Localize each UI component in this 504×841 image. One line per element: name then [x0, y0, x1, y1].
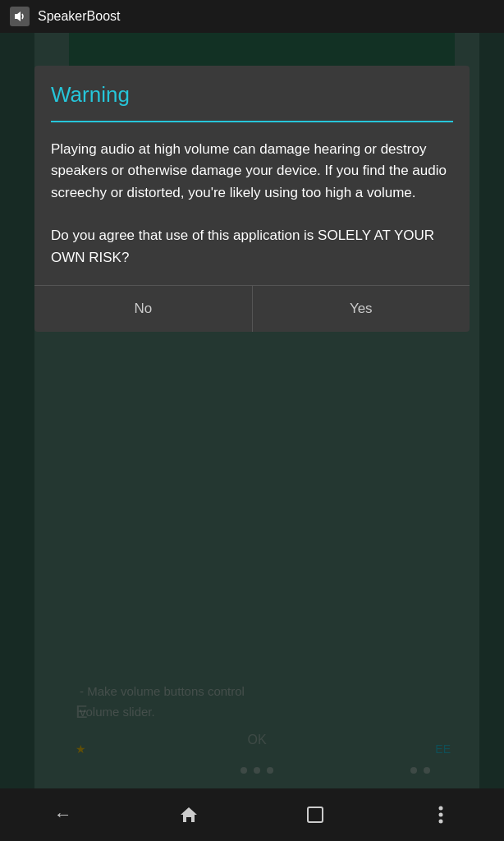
- yes-button[interactable]: Yes: [253, 286, 470, 332]
- svg-marker-1: [181, 807, 197, 822]
- recents-button[interactable]: [295, 798, 336, 831]
- status-bar-title: SpeakerBoost: [38, 9, 121, 24]
- warning-title: Warning: [51, 82, 453, 108]
- more-icon: [438, 806, 443, 824]
- back-button[interactable]: ←: [43, 798, 84, 831]
- warning-text: Playing audio at high volume can damage …: [51, 139, 453, 269]
- dialog-overlay: Warning Playing audio at high volume can…: [0, 33, 504, 788]
- svg-rect-2: [308, 807, 323, 822]
- svg-marker-0: [15, 11, 21, 21]
- home-icon: [178, 804, 199, 825]
- status-bar: SpeakerBoost: [0, 0, 504, 33]
- home-button[interactable]: [168, 798, 209, 831]
- warning-body: Playing audio at high volume can damage …: [34, 122, 470, 285]
- nav-bar: ←: [0, 788, 504, 841]
- svg-point-4: [439, 813, 443, 817]
- speaker-icon: [13, 10, 26, 23]
- recents-icon: [305, 805, 325, 825]
- app-icon: [10, 7, 30, 26]
- more-button[interactable]: [420, 798, 461, 831]
- back-icon: ←: [54, 804, 72, 825]
- warning-header: Warning: [34, 66, 470, 114]
- svg-point-3: [439, 807, 443, 811]
- svg-point-5: [439, 820, 443, 824]
- no-button[interactable]: No: [34, 286, 253, 332]
- warning-dialog: Warning Playing audio at high volume can…: [34, 66, 470, 332]
- warning-buttons: No Yes: [34, 285, 470, 332]
